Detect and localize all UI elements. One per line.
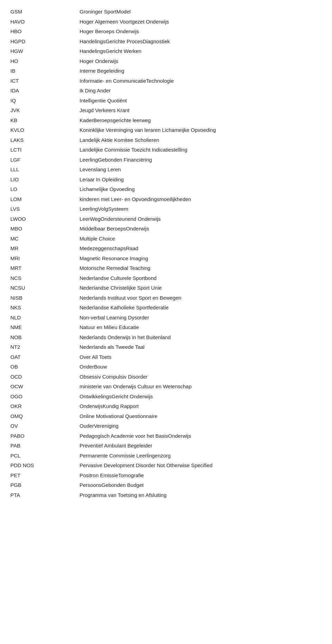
abbreviation-definition: Nederlands als Tweede Taal	[80, 343, 322, 351]
abbreviation-code: NISB	[10, 294, 80, 302]
abbreviation-code: HO	[10, 57, 80, 65]
abbreviation-definition: OntwikkelingsGericht Onderwijs	[80, 393, 322, 401]
table-row: OCWministerie van Onderwijs Cultuur en W…	[10, 382, 322, 392]
abbreviation-code: LGF	[10, 156, 80, 164]
abbreviation-definition: Non-verbal Learning Dysorder	[80, 314, 322, 322]
table-row: HGWHandelingsGericht Werken	[10, 46, 322, 56]
table-row: PDD NOSPervasive Development Disorder No…	[10, 461, 322, 471]
abbreviation-definition: Online Motivational Questionnaire	[80, 412, 322, 420]
abbreviation-definition: Multiple Choice	[80, 235, 322, 243]
abbreviation-code: OGO	[10, 393, 80, 401]
abbreviation-code: KB	[10, 117, 80, 125]
abbreviation-definition: Interne Begeleiding	[80, 67, 322, 75]
table-row: OATOver All Toets	[10, 352, 322, 362]
abbreviation-code: PABO	[10, 432, 80, 440]
table-row: LWOOLeerWegOndersteunend Onderwijs	[10, 214, 322, 224]
abbreviation-code: HAVO	[10, 18, 80, 26]
table-row: MBOMiddelbaar BeroepsOnderwijs	[10, 224, 322, 234]
abbreviation-code: NME	[10, 324, 80, 332]
abbreviation-definition: kinderen met Leer- en Opvoedingsmoeilijk…	[80, 196, 322, 203]
abbreviation-definition: Nederlandse Christelijke Sport Unie	[80, 284, 322, 292]
abbreviation-definition: Hoger Beroeps Onderwijs	[80, 28, 322, 36]
abbreviation-definition: Groninger SportModel	[80, 8, 322, 16]
abbreviation-code: LLL	[10, 166, 80, 174]
table-row: IBInterne Begeleiding	[10, 66, 322, 76]
abbreviation-code: LWOO	[10, 215, 80, 223]
abbreviation-definition: Lichamelijke Opvoeding	[80, 185, 322, 193]
table-row: NMENatuur en Milieu Educatie	[10, 323, 322, 333]
abbreviation-definition: OnderwijsKundig Rapport	[80, 402, 322, 410]
table-row: OCDObsessiv Compulsiv Disorder	[10, 372, 322, 382]
abbreviation-definition: Nederlands Onderwijs in het Buitenland	[80, 334, 322, 342]
table-row: NOBNederlands Onderwijs in het Buitenlan…	[10, 333, 322, 343]
abbreviation-code: ICT	[10, 77, 80, 85]
abbreviation-code: MBO	[10, 225, 80, 233]
table-row: NLDNon-verbal Learning Dysorder	[10, 313, 322, 323]
abbreviation-definition: Levenslang Leren	[80, 166, 322, 174]
abbreviation-code: MC	[10, 235, 80, 243]
table-row: NCSNederlandse Culturele Sportbond	[10, 273, 322, 283]
abbreviation-definition: LeerWegOndersteunend Onderwijs	[80, 215, 322, 223]
abbreviation-code: MR	[10, 245, 80, 253]
table-row: OMQOnline Motivational Questionnaire	[10, 411, 322, 421]
table-row: OGOOntwikkelingsGericht Onderwijs	[10, 392, 322, 402]
table-row: HGPDHandelingsGerichte ProcesDiagnostiek	[10, 37, 322, 47]
abbreviation-definition: PersoonsGebonden Budget	[80, 481, 322, 489]
abbreviation-code: IQ	[10, 97, 80, 105]
abbreviation-definition: Intelligentie Quotiënt	[80, 97, 322, 105]
table-row: PABOPedagogisch Academie voor het BasisO…	[10, 431, 322, 441]
table-row: LLLLevenslang Leren	[10, 165, 322, 175]
abbreviation-code: HGW	[10, 47, 80, 55]
table-row: LOLichamelijke Opvoeding	[10, 184, 322, 194]
table-row: PGBPersoonsGebonden Budget	[10, 480, 322, 490]
table-row: IQIntelligentie Quotiënt	[10, 96, 322, 106]
abbreviation-code: MRT	[10, 264, 80, 272]
abbreviation-code: IB	[10, 67, 80, 75]
abbreviation-code: NCSU	[10, 284, 80, 292]
table-row: LOMkinderen met Leer- en Opvoedingsmoeil…	[10, 194, 322, 205]
abbreviation-definition: Informatie- en CommunicatieTechnologie	[80, 77, 322, 85]
abbreviation-code: OV	[10, 422, 80, 430]
abbreviation-code: OCD	[10, 373, 80, 381]
table-row: NKSNederlandse Katholieke Sportfederatie	[10, 303, 322, 313]
abbreviation-definition: Pervasive Development Disorder Not Other…	[80, 462, 322, 470]
abbreviation-definition: Nederlandse Culturele Sportbond	[80, 274, 322, 282]
abbreviation-definition: Pedagogisch Academie voor het BasisOnder…	[80, 432, 322, 440]
abbreviation-definition: Nederlandse Katholieke Sportfederatie	[80, 304, 322, 312]
abbreviation-list: GSMGroninger SportModelHAVOHoger Algemee…	[10, 7, 322, 500]
table-row: MRTMotorische Remedial Teaching	[10, 263, 322, 273]
abbreviation-code: IDA	[10, 87, 80, 95]
abbreviation-definition: Ik Ding Ander	[80, 87, 322, 95]
abbreviation-definition: OnderBouw	[80, 363, 322, 371]
abbreviation-code: PAB	[10, 442, 80, 450]
table-row: PTAProgramma van Toetsing en Afsluiting	[10, 490, 322, 500]
abbreviation-definition: Hoger Onderwijs	[80, 57, 322, 65]
table-row: LAKSLandelijk Aktie Komitee Scholieren	[10, 135, 322, 145]
abbreviation-definition: HandelingsGerichte ProcesDiagnostiek	[80, 38, 322, 46]
abbreviation-definition: Obsessiv Compulsiv Disorder	[80, 373, 322, 381]
abbreviation-code: NCS	[10, 274, 80, 282]
abbreviation-definition: HandelingsGericht Werken	[80, 47, 322, 55]
abbreviation-code: KVLO	[10, 126, 80, 134]
abbreviation-code: PCL	[10, 452, 80, 460]
abbreviation-definition: LeerlingVolgSysteem	[80, 205, 322, 213]
table-row: GSMGroninger SportModel	[10, 7, 322, 17]
table-row: PABPreventief Ambulant Begeleider	[10, 441, 322, 451]
table-row: MRIMagnetic Resonance Imaging	[10, 254, 322, 264]
table-row: IDAIk Ding Ander	[10, 86, 322, 96]
abbreviation-definition: Landelijke Commissie Toezicht Indicaties…	[80, 146, 322, 154]
table-row: HBOHoger Beroeps Onderwijs	[10, 27, 322, 37]
abbreviation-definition: LeerlingGebonden Financiëring	[80, 156, 322, 164]
abbreviation-code: HBO	[10, 28, 80, 36]
abbreviation-code: JVK	[10, 107, 80, 115]
abbreviation-definition: MedezeggenschapsRaad	[80, 245, 322, 253]
abbreviation-definition: Leraar In Opleiding	[80, 176, 322, 184]
abbreviation-definition: Preventief Ambulant Begeleider	[80, 442, 322, 450]
table-row: LVSLeerlingVolgSysteem	[10, 204, 322, 214]
abbreviation-code: PGB	[10, 481, 80, 489]
table-row: PCLPermanente Commissie Leerlingenzorg	[10, 451, 322, 461]
abbreviation-code: OMQ	[10, 412, 80, 420]
table-row: MCMultiple Choice	[10, 234, 322, 244]
table-row: NCSUNederlandse Christelijke Sport Unie	[10, 283, 322, 293]
abbreviation-code: LOM	[10, 196, 80, 203]
